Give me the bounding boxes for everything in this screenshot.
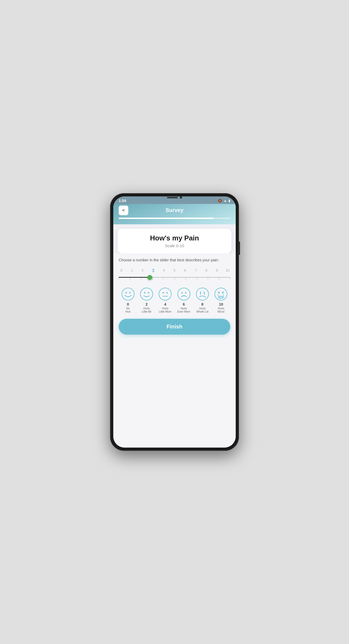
slider-thumb[interactable] <box>147 275 152 280</box>
svg-point-7 <box>163 292 164 293</box>
svg-point-12 <box>185 292 186 293</box>
face-item-2[interactable]: 2 HurtsLittle Bit <box>137 287 156 313</box>
scale-numbers: 0 1 2 3 4 5 6 7 8 9 10 <box>119 268 230 273</box>
face-number-10: 10 <box>219 302 223 306</box>
scale-0: 0 <box>119 268 124 273</box>
face-number-2: 2 <box>146 302 148 306</box>
scale-4: 4 <box>161 268 166 273</box>
battery-icon: ▮ <box>228 199 230 203</box>
svg-point-10 <box>178 288 190 300</box>
face-item-4[interactable]: 4 HurtsLittle More <box>156 287 174 313</box>
scale-5: 5 <box>172 268 177 273</box>
svg-point-14 <box>200 292 201 294</box>
scale-3-active: 3 <box>151 268 156 273</box>
slider-track-container[interactable] <box>119 274 230 281</box>
face-label-10: HurtsWorst <box>217 307 224 313</box>
mute-icon: 🔕 <box>218 199 222 203</box>
svg-point-18 <box>222 292 223 293</box>
slider-section: 0 1 2 3 4 5 6 7 8 9 10 <box>119 268 230 281</box>
svg-point-2 <box>129 292 130 293</box>
question-subtitle: Scale 0-10 <box>122 243 227 248</box>
face-icon-10 <box>214 287 228 301</box>
instruction-text: Choose a number in the slider that best … <box>119 258 230 263</box>
face-number-4: 4 <box>164 302 166 306</box>
face-icon-8 <box>195 287 209 301</box>
question-card: How's my Pain Scale 0-10 <box>118 229 231 253</box>
content-area: Choose a number in the slider that best … <box>113 253 236 448</box>
progress-bar-background <box>119 218 230 219</box>
svg-point-3 <box>140 288 153 300</box>
scale-7: 7 <box>193 268 198 273</box>
scale-8: 8 <box>204 268 209 273</box>
finish-button[interactable]: Finish <box>119 319 230 335</box>
svg-point-5 <box>148 292 149 293</box>
face-label-6: HurtsEven More <box>177 307 190 313</box>
face-icon-6 <box>177 287 191 301</box>
face-label-4: HurtsLittle More <box>159 307 172 313</box>
status-icons: 🔕 ▲ ▮ <box>218 199 230 203</box>
scale-9: 9 <box>214 268 220 273</box>
tick-marks <box>119 277 230 280</box>
svg-point-17 <box>219 292 220 293</box>
slider-track <box>119 277 230 278</box>
svg-point-16 <box>215 288 227 300</box>
svg-point-13 <box>196 288 209 300</box>
face-item-10[interactable]: 10 HurtsWorst <box>212 287 230 313</box>
header: < Survey <box>113 204 236 224</box>
question-title: How's my Pain <box>122 234 227 242</box>
face-item-0[interactable]: 0 NoHurt <box>119 287 137 313</box>
svg-point-6 <box>159 288 171 300</box>
scale-10: 10 <box>225 268 230 273</box>
face-number-0: 0 <box>127 302 129 306</box>
svg-point-0 <box>122 288 134 300</box>
back-button[interactable]: < <box>119 206 128 215</box>
face-scale: 0 NoHurt 2 HurtsLittle Bit <box>119 287 230 313</box>
face-item-6[interactable]: 6 HurtsEven More <box>174 287 193 313</box>
svg-point-8 <box>166 292 168 293</box>
scale-2: 2 <box>140 268 145 273</box>
svg-point-15 <box>204 292 205 294</box>
wifi-icon: ▲ <box>224 199 227 203</box>
slider-track-filled <box>119 277 150 278</box>
scale-1: 1 <box>129 268 135 273</box>
face-label-0: NoHurt <box>125 307 130 313</box>
svg-point-1 <box>125 292 127 293</box>
header-title: Survey <box>166 207 184 213</box>
svg-point-4 <box>144 292 145 293</box>
face-icon-2 <box>140 287 154 301</box>
face-label-8: HurtsWhole Lot <box>196 307 208 313</box>
face-icon-0 <box>121 287 135 301</box>
face-label-2: HurtsLittle Bit <box>142 307 151 313</box>
scale-6: 6 <box>183 268 188 273</box>
face-number-8: 8 <box>201 302 203 306</box>
status-time: 1:54 <box>119 199 126 203</box>
svg-point-11 <box>181 292 183 293</box>
face-icon-4 <box>158 287 172 301</box>
face-number-6: 6 <box>183 302 185 306</box>
progress-bar-fill <box>119 218 214 219</box>
face-item-8[interactable]: 8 HurtsWhole Lot <box>193 287 212 313</box>
